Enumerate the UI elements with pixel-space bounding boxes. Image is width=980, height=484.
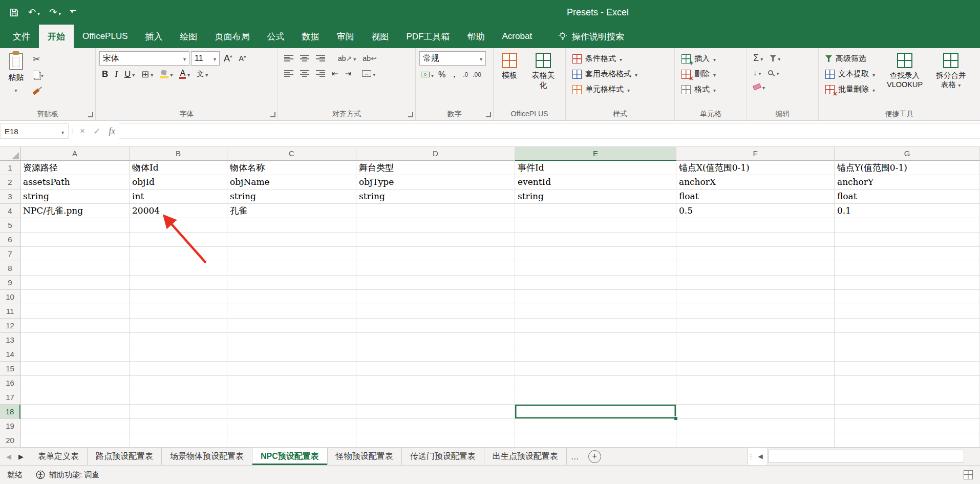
cell-E18[interactable] bbox=[515, 405, 676, 419]
cell-G4[interactable]: 0.1 bbox=[835, 204, 980, 218]
font-name-select[interactable]: 宋体 bbox=[99, 51, 189, 66]
cell-B9[interactable] bbox=[130, 276, 227, 290]
cell-A13[interactable] bbox=[20, 333, 130, 347]
cell-A8[interactable] bbox=[20, 261, 130, 276]
align-right-button[interactable] bbox=[313, 67, 328, 80]
cell-C16[interactable] bbox=[227, 376, 356, 390]
sheet-tab-出生点预设配置表[interactable]: 出生点预设配置表 bbox=[484, 448, 567, 465]
cell-E15[interactable] bbox=[515, 362, 676, 376]
cell-G6[interactable] bbox=[835, 233, 980, 247]
cell-F12[interactable] bbox=[676, 319, 835, 333]
cell-G1[interactable]: 锚点Y(值范围0-1) bbox=[835, 161, 980, 175]
cell-A2[interactable]: assetsPath bbox=[20, 175, 130, 190]
template-button[interactable]: 模板 bbox=[497, 51, 522, 109]
text-extract-button[interactable]: 文本提取 bbox=[822, 67, 878, 81]
cell-E8[interactable] bbox=[515, 261, 676, 276]
cell-A10[interactable] bbox=[20, 290, 130, 304]
comma-style-button[interactable]: ， bbox=[449, 68, 460, 81]
borders-button[interactable] bbox=[139, 67, 156, 81]
cell-G2[interactable]: anchorY bbox=[835, 175, 980, 190]
column-header-E[interactable]: E bbox=[515, 147, 676, 161]
cell-F19[interactable] bbox=[676, 419, 835, 433]
align-center-button[interactable] bbox=[297, 67, 312, 80]
increase-font-size-button[interactable]: A bbox=[221, 52, 235, 66]
row-header-1[interactable]: 1 bbox=[0, 161, 20, 175]
cell-C7[interactable] bbox=[227, 247, 356, 261]
cell-C10[interactable] bbox=[227, 290, 356, 304]
delete-cells-button[interactable]: 删除 bbox=[678, 67, 743, 81]
cell-B6[interactable] bbox=[130, 233, 227, 247]
clear-button[interactable] bbox=[751, 80, 768, 94]
cell-A4[interactable]: NPC/孔雀.png bbox=[20, 204, 130, 218]
cell-G14[interactable] bbox=[835, 347, 980, 362]
cut-button[interactable] bbox=[30, 52, 46, 66]
scrollbar-thumb[interactable] bbox=[769, 450, 964, 463]
cell-D4[interactable] bbox=[356, 204, 515, 218]
cell-G16[interactable] bbox=[835, 376, 980, 390]
conditional-formatting-button[interactable]: 条件格式 bbox=[569, 51, 671, 66]
increase-decimal-button[interactable]: .0 bbox=[461, 68, 470, 81]
align-left-button[interactable] bbox=[282, 67, 296, 80]
cell-C11[interactable] bbox=[227, 304, 356, 319]
cell-C4[interactable]: 孔雀 bbox=[227, 204, 356, 218]
cell-G9[interactable] bbox=[835, 276, 980, 290]
cell-C3[interactable]: string bbox=[227, 190, 356, 204]
cell-C5[interactable] bbox=[227, 218, 356, 233]
cell-G11[interactable] bbox=[835, 304, 980, 319]
cell-G20[interactable] bbox=[835, 433, 980, 447]
column-header-F[interactable]: F bbox=[676, 147, 835, 161]
select-all-corner[interactable] bbox=[0, 147, 20, 161]
cell-G13[interactable] bbox=[835, 333, 980, 347]
cell-A1[interactable]: 资源路径 bbox=[20, 161, 130, 175]
cell-F15[interactable] bbox=[676, 362, 835, 376]
tell-me-search[interactable]: 操作说明搜索 bbox=[553, 25, 629, 48]
format-cells-button[interactable]: 格式 bbox=[678, 82, 743, 97]
scroll-left-button[interactable]: ◀ bbox=[754, 453, 767, 460]
ribbon-tab-data[interactable]: 数据 bbox=[293, 25, 328, 48]
cell-G12[interactable] bbox=[835, 319, 980, 333]
decrease-font-size-button[interactable]: A bbox=[237, 52, 249, 66]
cell-E12[interactable] bbox=[515, 319, 676, 333]
row-header-2[interactable]: 2 bbox=[0, 175, 20, 190]
cell-E11[interactable] bbox=[515, 304, 676, 319]
scrollbar-grip[interactable]: ⋮ bbox=[748, 453, 754, 460]
row-header-3[interactable]: 3 bbox=[0, 190, 20, 204]
accounting-format-button[interactable] bbox=[419, 68, 435, 81]
cell-styles-button[interactable]: 单元格样式 bbox=[569, 82, 671, 97]
cell-F3[interactable]: float bbox=[676, 190, 835, 204]
view-shortcut-icon[interactable] bbox=[964, 470, 973, 479]
row-header-12[interactable]: 12 bbox=[0, 319, 20, 333]
cell-D20[interactable] bbox=[356, 433, 515, 447]
cell-G19[interactable] bbox=[835, 419, 980, 433]
cell-G7[interactable] bbox=[835, 247, 980, 261]
name-box[interactable]: E18 bbox=[0, 123, 69, 139]
cell-D12[interactable] bbox=[356, 319, 515, 333]
cell-E2[interactable]: eventId bbox=[515, 175, 676, 190]
cell-E10[interactable] bbox=[515, 290, 676, 304]
cell-B8[interactable] bbox=[130, 261, 227, 276]
cell-F1[interactable]: 锚点X(值范围0-1) bbox=[676, 161, 835, 175]
add-sheet-button[interactable]: + bbox=[588, 450, 601, 463]
scrollbar-track[interactable] bbox=[767, 448, 980, 465]
cell-C1[interactable]: 物体名称 bbox=[227, 161, 356, 175]
decrease-decimal-button[interactable]: .00 bbox=[471, 68, 483, 81]
cell-G15[interactable] bbox=[835, 362, 980, 376]
cell-E6[interactable] bbox=[515, 233, 676, 247]
column-header-D[interactable]: D bbox=[356, 147, 515, 161]
advanced-filter-button[interactable]: 高级筛选 bbox=[822, 51, 878, 66]
undo-button[interactable] bbox=[24, 4, 44, 21]
sheet-tab-路点预设配置表[interactable]: 路点预设配置表 bbox=[88, 448, 162, 465]
cell-C6[interactable] bbox=[227, 233, 356, 247]
cell-D8[interactable] bbox=[356, 261, 515, 276]
cell-A18[interactable] bbox=[20, 405, 130, 419]
cell-B16[interactable] bbox=[130, 376, 227, 390]
fill-color-button[interactable] bbox=[157, 67, 175, 81]
row-header-10[interactable]: 10 bbox=[0, 290, 20, 304]
cell-E14[interactable] bbox=[515, 347, 676, 362]
insert-cells-button[interactable]: 插入 bbox=[678, 51, 743, 66]
phonetic-guide-button[interactable]: 文 bbox=[194, 67, 210, 81]
underline-button[interactable]: U bbox=[122, 67, 137, 81]
accessibility-status[interactable]: 辅助功能: 调查 bbox=[36, 470, 99, 480]
cell-A5[interactable] bbox=[20, 218, 130, 233]
cell-F4[interactable]: 0.5 bbox=[676, 204, 835, 218]
